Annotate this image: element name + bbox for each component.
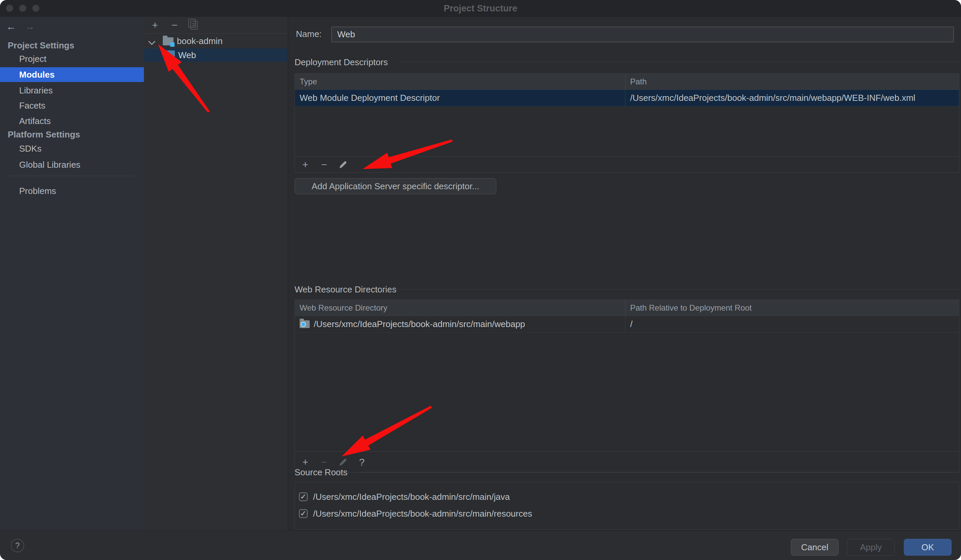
web-resource-directories-title: Web Resource Directories xyxy=(294,284,397,295)
tree-row-book-admin[interactable]: book-admin xyxy=(144,34,288,48)
dialog-title: Project Structure xyxy=(0,0,961,17)
close-window-button[interactable] xyxy=(6,5,13,12)
cancel-button[interactable]: Cancel xyxy=(791,539,839,556)
source-roots-title: Source Roots xyxy=(294,467,348,478)
sidebar-item-modules[interactable]: Modules xyxy=(0,67,144,82)
section-project-settings: Project Settings xyxy=(0,38,144,53)
table-header-row: Type Path xyxy=(295,74,959,90)
project-structure-dialog: Project Structure ← → Project Settings P… xyxy=(0,0,961,560)
source-root-path: /Users/xmc/IdeaProjects/book-admin/src/m… xyxy=(313,492,510,502)
add-descriptor-icon[interactable]: + xyxy=(300,159,311,170)
table-header-row: Web Resource Directory Path Relative to … xyxy=(295,300,959,316)
tree-label-web: Web xyxy=(178,50,196,61)
minimize-window-button[interactable] xyxy=(19,5,26,12)
checkbox-resources-root[interactable]: ✓ xyxy=(299,509,308,518)
section-rule xyxy=(380,289,959,289)
sidebar-item-sdks[interactable]: SDKs xyxy=(0,141,144,156)
section-rule xyxy=(355,472,959,472)
remove-resource-icon[interactable]: − xyxy=(318,456,330,468)
add-resource-icon[interactable]: + xyxy=(300,456,311,468)
edit-descriptor-icon[interactable] xyxy=(337,159,349,170)
cell-relative-path: / xyxy=(625,316,959,332)
apply-button[interactable]: Apply xyxy=(847,539,895,556)
web-resource-directories-table: Web Resource Directory Path Relative to … xyxy=(294,300,959,473)
table-row[interactable]: /Users/xmc/IdeaProjects/book-admin/src/m… xyxy=(295,316,959,333)
table-row[interactable]: Web Module Deployment Descriptor /Users/… xyxy=(295,90,959,107)
add-module-icon[interactable]: + xyxy=(149,19,161,31)
tree-row-web[interactable]: Web xyxy=(144,48,288,62)
module-name-input[interactable] xyxy=(331,27,954,42)
dialog-footer: ? Cancel Apply OK xyxy=(0,530,961,560)
source-root-path: /Users/xmc/IdeaProjects/book-admin/src/m… xyxy=(313,509,532,519)
source-root-row: ✓ /Users/xmc/IdeaProjects/book-admin/src… xyxy=(299,505,959,522)
deployment-descriptors-toolbar: + − xyxy=(295,156,959,172)
column-header-web-resource-directory: Web Resource Directory xyxy=(295,300,625,316)
web-module-icon xyxy=(166,50,175,60)
deployment-descriptors-title: Deployment Descriptors xyxy=(294,57,388,67)
column-header-type: Type xyxy=(295,74,625,90)
sidebar-item-artifacts[interactable]: Artifacts xyxy=(0,114,144,128)
sidebar-divider xyxy=(5,176,135,176)
checkbox-java-root[interactable]: ✓ xyxy=(299,493,308,501)
sidebar-item-global-libraries[interactable]: Global Libraries xyxy=(0,157,144,172)
web-resource-folder-icon xyxy=(300,320,310,328)
deployment-descriptors-table: Type Path Web Module Deployment Descript… xyxy=(294,73,959,173)
section-platform-settings: Platform Settings xyxy=(0,127,144,142)
zoom-window-button[interactable] xyxy=(32,5,39,12)
forward-icon[interactable]: → xyxy=(25,21,35,32)
remove-descriptor-icon[interactable]: − xyxy=(318,159,330,170)
column-header-path: Path xyxy=(625,74,959,90)
globe-icon xyxy=(164,55,170,61)
ok-button[interactable]: OK xyxy=(904,539,951,556)
add-app-server-descriptor-button[interactable]: Add Application Server specific descript… xyxy=(294,178,496,194)
copy-module-icon[interactable] xyxy=(188,19,200,31)
module-tree-toolbar: + − xyxy=(144,17,288,34)
module-tree-panel: + − book-admin Web xyxy=(144,17,288,530)
tree-label-root: book-admin xyxy=(177,36,223,47)
back-icon[interactable]: ← xyxy=(6,21,16,32)
sidebar-item-libraries[interactable]: Libraries xyxy=(0,83,144,98)
web-resource-toolbar: + − ? xyxy=(295,451,959,472)
screen: Project Structure ← → Project Settings P… xyxy=(0,0,961,560)
remove-module-icon[interactable]: − xyxy=(169,19,180,31)
module-folder-icon xyxy=(163,37,174,45)
help-icon[interactable]: ? xyxy=(356,456,368,468)
source-roots-box: ✓ /Users/xmc/IdeaProjects/book-admin/src… xyxy=(294,482,959,530)
sidebar-item-project[interactable]: Project xyxy=(0,51,144,66)
cell-descriptor-type: Web Module Deployment Descriptor xyxy=(295,90,625,106)
titlebar: Project Structure xyxy=(0,0,961,17)
cell-resource-directory: /Users/xmc/IdeaProjects/book-admin/src/m… xyxy=(295,316,625,332)
chevron-down-icon[interactable] xyxy=(149,38,155,45)
help-button[interactable]: ? xyxy=(11,539,24,552)
sidebar-item-facets[interactable]: Facets xyxy=(0,98,144,113)
sidebar-item-problems[interactable]: Problems xyxy=(0,183,144,198)
module-editor-panel: Name: Deployment Descriptors Type Path W… xyxy=(288,17,961,530)
settings-sidebar: ← → Project Settings Project Modules Lib… xyxy=(0,17,144,530)
section-rule xyxy=(400,62,959,62)
name-label: Name: xyxy=(296,29,322,39)
column-header-path-relative: Path Relative to Deployment Root xyxy=(625,300,959,316)
edit-resource-icon[interactable] xyxy=(337,456,349,468)
cell-descriptor-path: /Users/xmc/IdeaProjects/book-admin/src/m… xyxy=(625,90,959,106)
source-root-row: ✓ /Users/xmc/IdeaProjects/book-admin/src… xyxy=(299,488,959,505)
history-nav: ← → xyxy=(6,21,35,32)
